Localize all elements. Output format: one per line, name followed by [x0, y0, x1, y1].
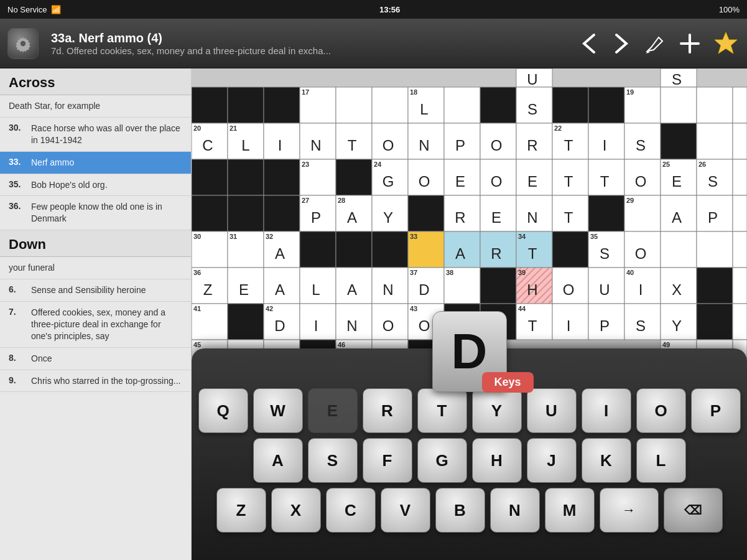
clue-number: 30.: [9, 123, 26, 146]
key-h[interactable]: H: [472, 438, 522, 483]
svg-text:21: 21: [230, 124, 237, 132]
svg-rect-168: [480, 268, 516, 304]
keys-button[interactable]: Keys: [482, 372, 534, 393]
clue-info: 33a. Nerf ammo (4) 7d. Offered cookies, …: [46, 31, 570, 56]
key-z[interactable]: Z: [216, 488, 266, 533]
key-i[interactable]: I: [582, 388, 631, 433]
settings-button[interactable]: [7, 28, 39, 59]
clue-text: Race horse who was all over the place in…: [31, 123, 182, 146]
svg-text:T: T: [564, 209, 573, 226]
svg-text:42: 42: [266, 305, 273, 312]
svg-text:O: O: [635, 245, 647, 262]
clue-text: your funeral: [9, 262, 55, 274]
list-item[interactable]: 8. Once: [0, 348, 191, 370]
list-item[interactable]: 36. Few people know the old one is in De…: [0, 196, 191, 230]
key-w[interactable]: W: [253, 388, 303, 433]
key-b[interactable]: B: [435, 488, 485, 533]
favorite-button[interactable]: [712, 30, 740, 57]
key-v[interactable]: V: [381, 488, 430, 533]
key-t[interactable]: T: [417, 388, 467, 433]
svg-text:46: 46: [338, 341, 345, 348]
svg-rect-114: [588, 195, 624, 231]
clue-number: 8.: [9, 353, 26, 365]
key-n[interactable]: N: [490, 488, 540, 533]
svg-text:O: O: [419, 317, 430, 334]
key-p[interactable]: P: [691, 388, 741, 433]
key-delete[interactable]: ⌫: [664, 488, 723, 533]
key-e[interactable]: E: [308, 388, 358, 433]
svg-rect-148: [697, 231, 733, 268]
key-l[interactable]: L: [636, 438, 686, 483]
list-item[interactable]: 30. Race horse who was all over the plac…: [0, 118, 191, 152]
svg-text:P: P: [600, 317, 610, 334]
list-item[interactable]: 6. Sense and Sensibility heroine: [0, 279, 191, 302]
clue-text: Sense and Sensibility heroine: [31, 284, 146, 296]
main-content: Across Death Star, for example 30. Race …: [0, 68, 747, 560]
svg-text:L: L: [420, 101, 428, 118]
wifi-icon: 📶: [51, 5, 61, 14]
key-g[interactable]: G: [417, 438, 467, 483]
key-j[interactable]: J: [527, 438, 577, 483]
svg-rect-96: [264, 195, 300, 231]
list-item-selected[interactable]: 33. Nerf ammo: [0, 152, 191, 174]
svg-text:31: 31: [230, 233, 237, 240]
key-s[interactable]: S: [308, 438, 358, 483]
clue-sub-text: 7d. Offered cookies, sex, money and a th…: [51, 45, 412, 56]
key-k[interactable]: K: [582, 438, 631, 483]
add-button[interactable]: [677, 30, 702, 57]
svg-text:30: 30: [193, 233, 201, 240]
list-item[interactable]: 7. Offered cookies, sex, money and a thr…: [0, 302, 191, 348]
svg-text:R: R: [527, 137, 537, 154]
key-enter[interactable]: →: [600, 488, 659, 533]
svg-point-1: [21, 40, 26, 45]
svg-text:X: X: [672, 281, 682, 298]
list-item[interactable]: 35. Bob Hope's old org.: [0, 174, 191, 197]
svg-text:19: 19: [626, 88, 634, 96]
svg-text:G: G: [383, 173, 394, 190]
pencil-button[interactable]: [643, 30, 667, 57]
svg-rect-211: [697, 304, 733, 340]
svg-rect-21: [444, 87, 480, 123]
prev-clue-button[interactable]: [578, 30, 600, 57]
key-x[interactable]: X: [271, 488, 321, 533]
clue-number: 9.: [9, 375, 26, 387]
key-q[interactable]: Q: [198, 388, 248, 433]
key-c[interactable]: C: [326, 488, 376, 533]
svg-rect-12: [228, 87, 264, 123]
svg-text:34: 34: [518, 233, 526, 240]
clue-number: 35.: [9, 179, 26, 191]
svg-text:37: 37: [410, 269, 417, 276]
svg-text:17: 17: [302, 88, 309, 96]
svg-text:S: S: [600, 245, 610, 262]
key-u[interactable]: U: [527, 388, 577, 433]
svg-text:I: I: [278, 137, 282, 154]
svg-text:R: R: [491, 245, 501, 262]
svg-text:P: P: [708, 209, 718, 226]
key-a[interactable]: A: [253, 438, 303, 483]
svg-rect-25: [552, 87, 588, 123]
svg-rect-212: [733, 304, 747, 340]
key-o[interactable]: O: [636, 388, 686, 433]
svg-rect-31: [733, 87, 747, 123]
svg-text:D: D: [274, 317, 285, 334]
svg-rect-181: [697, 268, 733, 304]
svg-text:33: 33: [410, 233, 417, 240]
svg-text:L: L: [241, 137, 249, 154]
svg-text:R: R: [455, 209, 465, 226]
svg-text:E: E: [527, 173, 537, 190]
list-item[interactable]: Death Star, for example: [0, 95, 191, 118]
next-clue-button[interactable]: [610, 30, 633, 57]
svg-text:25: 25: [662, 161, 670, 168]
key-m[interactable]: M: [545, 488, 595, 533]
svg-text:43: 43: [410, 305, 417, 312]
key-y[interactable]: Y: [472, 388, 522, 433]
key-f[interactable]: F: [363, 438, 412, 483]
list-item[interactable]: your funeral: [0, 257, 191, 279]
chevron-left-icon: [578, 30, 600, 57]
list-item[interactable]: 9. Chris who starred in the top-grossing…: [0, 370, 191, 393]
svg-rect-149: [733, 231, 747, 268]
svg-text:T: T: [600, 173, 610, 190]
svg-rect-17: [372, 87, 408, 123]
svg-rect-131: [372, 231, 408, 268]
key-r[interactable]: R: [363, 388, 412, 433]
